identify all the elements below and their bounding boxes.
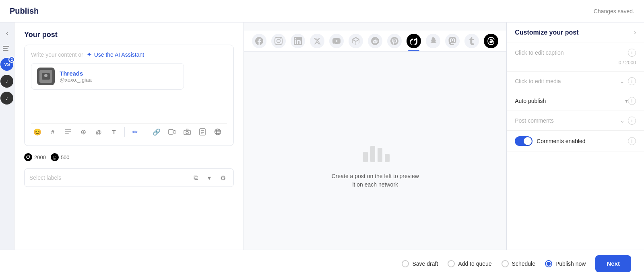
network-icon-tiktok[interactable]	[407, 34, 421, 48]
network-icon-instagram[interactable]	[271, 34, 286, 48]
post-panel: Your post Write your content or ✦ Use th…	[14, 23, 244, 277]
file-button[interactable]	[196, 125, 209, 138]
customize-chevron-icon[interactable]: ›	[634, 29, 636, 36]
wand-icon: ✦	[87, 51, 92, 58]
caption-info-icon[interactable]: i	[628, 49, 636, 57]
network-icon-youtube[interactable]	[329, 34, 344, 48]
user-avatar-vs[interactable]: VS 2	[0, 58, 13, 71]
caption-placeholder: Click to edit caption	[515, 49, 625, 56]
snapchat-svg	[429, 37, 437, 45]
globe-icon	[214, 128, 221, 135]
toolbar-divider-1	[124, 127, 125, 137]
youtube-svg	[332, 37, 341, 45]
account-avatar-tiktok-1[interactable]: ♪	[0, 75, 13, 88]
autopublish-dropdown-icon[interactable]: ▾	[625, 98, 628, 104]
autopublish-row[interactable]: Auto publish ▾ i	[507, 91, 644, 111]
content-editor: Write your content or ✦ Use the AI Assis…	[24, 45, 234, 146]
list-icon	[64, 128, 72, 135]
menu-line-2	[3, 48, 8, 49]
mastodon-svg	[448, 37, 456, 45]
add-to-queue-option[interactable]: Add to queue	[448, 260, 491, 267]
media-info-icon[interactable]: i	[628, 77, 636, 85]
tiktok-icon-small-2: ♪	[6, 95, 8, 101]
network-icon-facebook[interactable]	[252, 34, 266, 48]
labels-dropdown-button[interactable]: ▾	[204, 172, 215, 183]
account-handle: @xoxo._.giaa	[60, 77, 92, 83]
post-comments-info-icon[interactable]: i	[628, 117, 636, 125]
network-icon-mastodon[interactable]	[445, 34, 460, 48]
ai-assistant-button[interactable]: ✦ Use the AI Assistant	[87, 51, 144, 58]
comments-enabled-info-icon[interactable]: i	[628, 137, 636, 145]
caption-option-row[interactable]: Click to edit caption i 0 / 2000	[507, 43, 644, 72]
preview-panel: Create a post on the left to preview it …	[244, 23, 506, 277]
threads-network-svg	[487, 37, 495, 45]
post-comments-row[interactable]: Post comments ⌄ i	[507, 111, 644, 131]
threads-count-value: 500	[61, 154, 70, 160]
network-icon-snapchat[interactable]	[426, 34, 440, 48]
save-draft-label: Save draft	[412, 261, 438, 267]
network-icon-linkedin[interactable]	[291, 34, 305, 48]
camera-button[interactable]	[181, 125, 194, 138]
hashtag-button[interactable]: #	[46, 125, 59, 138]
svg-point-2	[44, 74, 47, 77]
svg-rect-3	[65, 129, 71, 130]
save-draft-option[interactable]: Save draft	[402, 260, 438, 267]
camera-icon	[184, 129, 191, 135]
globe-button[interactable]	[211, 125, 224, 138]
account-avatar-tiktok-2[interactable]: ♪	[0, 92, 13, 105]
customize-title: Customize your post	[515, 29, 578, 36]
network-icon-twitter[interactable]	[310, 34, 324, 48]
right-panel: Customize your post › Click to edit capt…	[506, 23, 644, 277]
page-title: Publish	[10, 6, 39, 16]
mention-button[interactable]: @	[92, 125, 105, 138]
sidebar-menu-icon[interactable]	[1, 43, 12, 54]
tiktok-network-svg	[410, 37, 417, 45]
publish-now-option[interactable]: Publish now	[545, 260, 586, 267]
next-button[interactable]: Next	[595, 255, 631, 272]
media-chevron-icon[interactable]: ⌄	[620, 78, 625, 84]
post-panel-title: Your post	[24, 31, 234, 39]
top-bar: Publish Changes saved.	[0, 0, 644, 23]
sidebar-collapse-button[interactable]: ‹	[1, 27, 12, 39]
editor-content-area[interactable]	[31, 94, 227, 119]
preview-content: Create a post on the left to preview it …	[324, 52, 427, 277]
plus-circle-button[interactable]: ⊕	[77, 125, 90, 138]
preview-text-line1: Create a post on the left to preview	[332, 173, 419, 179]
tiktok-count-icon	[24, 153, 32, 161]
link-button[interactable]: 🔗	[150, 125, 163, 138]
avatar-label: VS	[4, 62, 10, 67]
tiktok-icon-small: ♪	[6, 78, 8, 84]
publish-now-radio[interactable]	[545, 260, 552, 267]
media-option-row[interactable]: Click to edit media ⌄ i	[507, 72, 644, 91]
labels-settings-button[interactable]: ⚙	[217, 172, 229, 183]
list-button[interactable]	[62, 125, 74, 138]
labels-copy-button[interactable]: ⧉	[190, 172, 201, 183]
instagram-svg	[275, 37, 283, 45]
save-draft-radio[interactable]	[402, 260, 409, 267]
post-comments-label: Post comments	[515, 117, 617, 124]
menu-line-1	[3, 46, 9, 47]
file-icon	[199, 128, 206, 135]
video-button[interactable]	[165, 125, 178, 138]
tiktok-count-value: 2000	[34, 154, 46, 160]
emoji-button[interactable]: 😊	[31, 125, 44, 138]
network-icon-buffer[interactable]	[349, 34, 363, 48]
network-icon-pinterest[interactable]	[387, 34, 402, 48]
magic-button[interactable]: ✏	[129, 125, 142, 138]
text-format-button[interactable]: T	[107, 125, 120, 138]
post-comments-chevron-icon[interactable]: ⌄	[620, 117, 625, 124]
network-icon-reddit[interactable]	[368, 34, 382, 48]
svg-point-9	[186, 131, 188, 134]
autopublish-label: Auto publish	[515, 98, 625, 104]
add-to-queue-radio[interactable]	[448, 260, 455, 267]
threads-count-icon: @	[51, 153, 59, 161]
autopublish-info-icon[interactable]: i	[628, 97, 636, 105]
schedule-option[interactable]: Schedule	[502, 260, 535, 267]
network-icon-tumblr[interactable]	[464, 34, 479, 48]
menu-line-3	[3, 50, 8, 51]
comments-enabled-toggle[interactable]	[515, 136, 533, 146]
schedule-radio[interactable]	[502, 260, 509, 267]
preview-chart	[359, 140, 391, 166]
ai-assistant-label: Use the AI Assistant	[94, 51, 144, 58]
network-icon-threads[interactable]	[484, 34, 498, 48]
